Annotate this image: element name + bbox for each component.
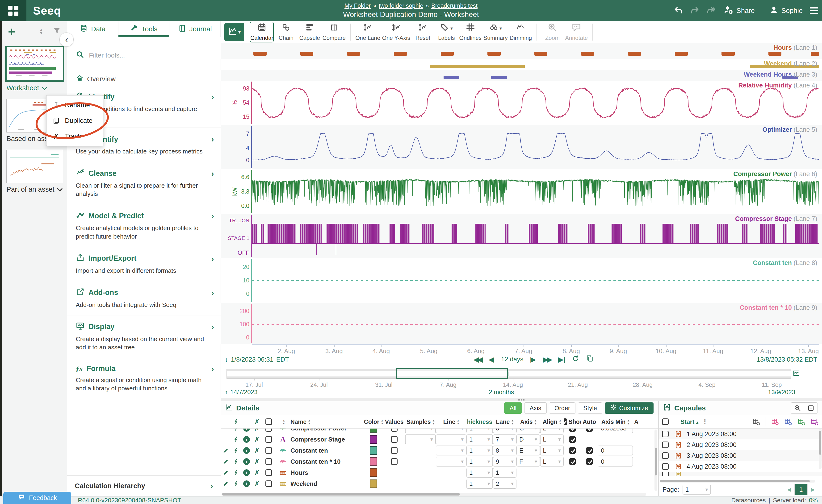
context-menu-rename[interactable]: Rename <box>46 97 103 113</box>
col-header-name[interactable]: Name▴▾ <box>291 418 364 425</box>
details-row-constant-ten-10[interactable]: i✗Constant ten * 10- -▾1▾9▾F▾L▾0 <box>221 456 658 467</box>
auto-checkbox[interactable] <box>581 458 597 465</box>
show-checkbox[interactable] <box>564 429 581 432</box>
details-row-weekend[interactable]: i✗Weekend1▾2▾ <box>221 478 658 489</box>
edit-icon[interactable] <box>221 469 231 476</box>
color-swatch[interactable] <box>364 479 383 488</box>
stage-block[interactable] <box>363 224 380 243</box>
pin-icon[interactable] <box>231 436 241 443</box>
capsules-start-column[interactable]: Start ▴ <box>681 418 699 426</box>
stage-block[interactable] <box>327 224 358 243</box>
edit-icon[interactable] <box>221 447 231 454</box>
thickness-select[interactable]: 1▾ <box>466 446 493 455</box>
stage-block[interactable] <box>268 224 296 243</box>
show-checkbox[interactable] <box>564 436 581 443</box>
signal-name[interactable]: Hours <box>291 469 364 476</box>
axis-select[interactable]: D▾ <box>516 434 540 444</box>
info-icon[interactable]: i <box>241 469 252 476</box>
capsule-bar[interactable] <box>581 52 594 56</box>
row-checkbox[interactable] <box>262 469 275 476</box>
tool-item-formula[interactable]: ƒxFormula›Create a signal or condition u… <box>67 358 221 399</box>
step-to-end-button[interactable]: ▶ <box>558 355 565 364</box>
lane-plot[interactable] <box>252 59 819 70</box>
reset-button[interactable]: Reset <box>411 22 434 42</box>
col-header-color[interactable]: Color▴▾ <box>364 418 383 425</box>
signal-name[interactable]: Constant ten <box>291 447 364 454</box>
stage-block[interactable] <box>690 224 699 243</box>
details-horizontal-scrollbar[interactable] <box>222 493 646 496</box>
info-icon[interactable]: i <box>241 436 252 443</box>
capsule-bar[interactable] <box>491 76 507 79</box>
lane-plot[interactable] <box>252 81 819 125</box>
gridlines-button[interactable]: Gridlines <box>459 22 482 42</box>
step-forward-half-button[interactable]: ▶ <box>530 355 536 364</box>
lane-plot[interactable] <box>252 214 819 258</box>
signal-name[interactable]: Compressor Stage <box>291 436 364 443</box>
chain-button[interactable]: Chain <box>275 22 297 42</box>
stage-block[interactable] <box>760 224 775 243</box>
thickness-select[interactable]: 1▾ <box>466 479 493 489</box>
investigate-range-duration[interactable]: 2 months <box>489 388 514 396</box>
stage-block[interactable] <box>783 224 787 243</box>
add-column-icon[interactable] <box>811 418 819 426</box>
samples-select[interactable]: —▾ <box>405 434 436 444</box>
color-swatch[interactable] <box>364 429 383 433</box>
compare-button[interactable]: Compare <box>322 22 346 42</box>
lane-label[interactable]: Compressor Stage (Lane 7) <box>735 215 817 223</box>
col-header-values[interactable]: Values <box>383 418 405 425</box>
row-checkbox[interactable] <box>262 429 275 432</box>
add-column-icon[interactable] <box>771 418 779 426</box>
stage-block[interactable] <box>505 224 509 243</box>
stage-block[interactable] <box>663 224 674 243</box>
col-header-show[interactable]: Show <box>564 418 581 425</box>
prev-page-button[interactable]: ◀ <box>784 484 795 495</box>
info-icon[interactable]: i <box>241 447 252 454</box>
color-swatch[interactable] <box>364 457 383 466</box>
stage-block[interactable] <box>475 224 485 243</box>
all-view-button[interactable]: All <box>504 402 522 414</box>
tab-data[interactable]: Data <box>67 21 118 37</box>
stage-block[interactable] <box>400 224 409 243</box>
capsules-horizontal-scrollbar[interactable] <box>660 480 815 483</box>
share-button[interactable]: Share <box>723 5 755 17</box>
capsule-bar[interactable] <box>254 52 266 56</box>
stage-block[interactable] <box>588 224 594 243</box>
align-select[interactable]: L▾ <box>540 446 564 455</box>
thickness-select[interactable]: 1▾ <box>466 457 493 467</box>
stage-block[interactable] <box>640 224 646 243</box>
feedback-button[interactable]: Feedback <box>3 492 71 504</box>
capsule-bar[interactable] <box>430 65 525 68</box>
lane-select[interactable]: 1▾ <box>493 468 516 478</box>
color-swatch[interactable] <box>364 435 383 444</box>
sort-worksheets-button[interactable]: ▲▼ <box>39 28 43 35</box>
axis-min-input[interactable]: 0 <box>597 457 633 467</box>
stage-block[interactable] <box>529 224 538 243</box>
details-vertical-scrollbar[interactable] <box>655 430 657 491</box>
signal-name[interactable]: Compressor Power <box>291 429 364 432</box>
lane-label[interactable]: Constant ten * 10 (Lane 9) <box>740 304 817 311</box>
stage-block[interactable] <box>261 224 264 243</box>
constant-signal-line[interactable] <box>252 324 819 325</box>
worksheet-label[interactable]: Part of an asset <box>7 186 63 193</box>
lane-label[interactable]: Weekend (Lane 2) <box>764 60 817 67</box>
add-column-icon[interactable] <box>784 418 792 426</box>
display-range-start[interactable]: ↓ 1/8/2023 06:31 EDT <box>225 356 289 363</box>
col-header-auto[interactable]: Auto <box>581 418 597 425</box>
stage-block[interactable] <box>252 224 258 243</box>
capsule-bar[interactable] <box>534 52 547 56</box>
lane-plot[interactable] <box>252 258 819 303</box>
values-checkbox[interactable] <box>383 447 405 454</box>
stage-block[interactable] <box>422 224 435 243</box>
lane-plot[interactable] <box>252 70 819 81</box>
step-back-full-button[interactable]: ◀◀ <box>473 355 481 364</box>
lane-plot[interactable] <box>252 303 819 344</box>
next-page-button[interactable]: ▶ <box>807 484 818 495</box>
context-menu-duplicate[interactable]: Duplicate <box>46 113 103 128</box>
signal-name[interactable]: Constant ten * 10 <box>291 458 364 465</box>
col-header-axis-min[interactable]: Axis Min▴▾ <box>597 418 633 425</box>
capsule-bar[interactable] <box>628 52 641 56</box>
line-style-select[interactable]: ▾ <box>436 429 466 433</box>
lane-label[interactable]: Relative Humidity (Lane 4) <box>738 82 817 89</box>
color-swatch[interactable] <box>364 468 383 477</box>
stage-block[interactable] <box>558 224 568 243</box>
